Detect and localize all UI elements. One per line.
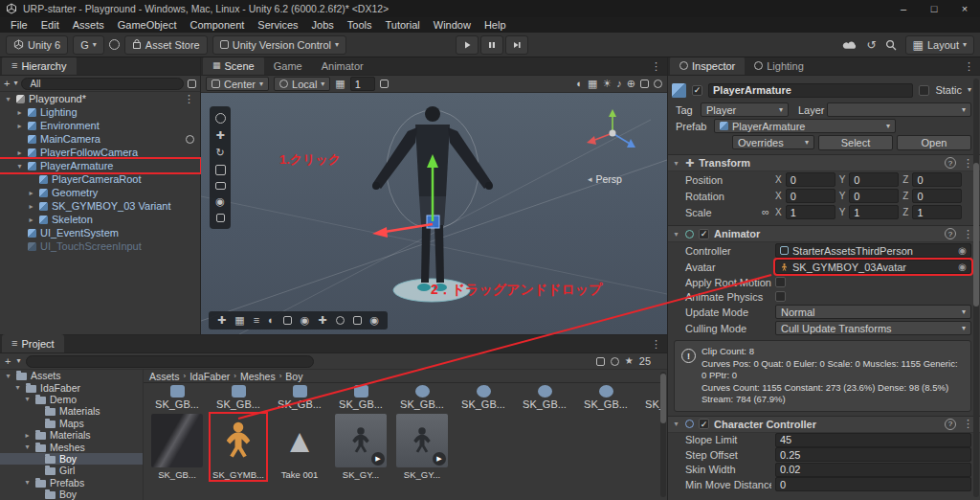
- help-icon[interactable]: ?: [945, 228, 956, 239]
- link-scale-icon[interactable]: ∞: [762, 207, 771, 217]
- maximize-button[interactable]: □: [919, 0, 949, 17]
- menu-window[interactable]: Window: [427, 17, 478, 33]
- animator-header[interactable]: ▾ ✓ Animator ?⋮: [668, 225, 980, 242]
- breadcrumb-idafaber[interactable]: IdaFaber: [189, 371, 230, 382]
- menu-help[interactable]: Help: [478, 17, 513, 33]
- gizmos-icon[interactable]: [640, 80, 649, 88]
- asset-tile-model[interactable]: ▶ SK_GY...: [394, 414, 450, 480]
- position-z-field[interactable]: 0: [912, 172, 962, 187]
- asset-tile-avatar[interactable]: SK_GYMB...: [211, 414, 266, 480]
- culling-mode-dropdown[interactable]: Cull Update Transforms▾: [775, 321, 971, 335]
- grid-icon[interactable]: ▦: [234, 315, 244, 326]
- help-icon[interactable]: ?: [945, 419, 956, 430]
- lighting-toggle-icon[interactable]: ☀: [602, 79, 612, 89]
- rotate-tool[interactable]: ↻: [215, 148, 224, 158]
- asset-tile[interactable]: SK_GB...: [639, 385, 660, 410]
- folder-idafaber[interactable]: ▾IdaFaber: [0, 381, 143, 393]
- menu-assets[interactable]: Assets: [66, 17, 111, 33]
- render-mode-icon[interactable]: ◐: [576, 79, 583, 89]
- layers-icon[interactable]: ≡: [254, 315, 259, 326]
- hierarchy-item-sk-gymboy-variant[interactable]: ▸SK_GYMBOY_03 Variant: [0, 199, 200, 213]
- chevron-down-icon[interactable]: ▾: [968, 86, 971, 94]
- cc-enabled-checkbox[interactable]: ✓: [699, 419, 709, 429]
- min-move-distance-field[interactable]: 0: [775, 477, 971, 491]
- position-x-field[interactable]: 0: [786, 172, 835, 187]
- kebab-icon[interactable]: ⋮: [958, 60, 980, 73]
- hierarchy-item-playground[interactable]: ▾Playground*⋮: [0, 92, 200, 105]
- kebab-icon[interactable]: ⋮: [963, 418, 973, 430]
- scale-tool[interactable]: [215, 165, 226, 175]
- avatar-object-field[interactable]: SK_GYMBOY_03Avatar◉: [775, 260, 971, 274]
- version-control-button[interactable]: Unity Version Control ▾: [212, 35, 346, 55]
- breadcrumb-assets[interactable]: Assets: [149, 371, 180, 382]
- tab-lighting[interactable]: Lighting: [745, 57, 813, 75]
- handle-space-dropdown[interactable]: Local▾: [274, 77, 330, 91]
- apply-root-motion-checkbox[interactable]: [775, 277, 786, 287]
- asset-tile-model[interactable]: ▶ SK_GY...: [333, 414, 389, 480]
- object-picker-icon[interactable]: ◉: [958, 261, 967, 272]
- transform-header[interactable]: ▾ ✚ Transform ?⋮: [668, 154, 980, 171]
- move-icon[interactable]: ✚: [217, 315, 226, 326]
- pause-button[interactable]: [480, 35, 503, 55]
- cloud-icon[interactable]: [842, 39, 858, 50]
- tab-animator[interactable]: Animator: [312, 57, 373, 75]
- layer-dropdown[interactable]: ▾: [827, 102, 971, 117]
- asset-tile[interactable]: SK_GB...: [456, 385, 511, 410]
- kebab-icon[interactable]: ⋮: [645, 338, 667, 351]
- folder-prefabs[interactable]: ▾Prefabs: [0, 477, 143, 489]
- help-icon[interactable]: ?: [945, 157, 956, 169]
- select-button[interactable]: Select: [818, 135, 893, 150]
- play-button[interactable]: [456, 35, 479, 55]
- asset-tile[interactable]: SK_GB...: [394, 385, 450, 410]
- tab-scene[interactable]: ▦Scene: [203, 57, 264, 75]
- view-hand-tool[interactable]: [215, 113, 226, 124]
- animator-enabled-checkbox[interactable]: ✓: [699, 229, 709, 239]
- rotation-z-field[interactable]: 0: [912, 189, 962, 203]
- folder-prefabs-boy[interactable]: Boy: [0, 489, 143, 500]
- foldout-icon[interactable]: ▾: [672, 230, 680, 239]
- tab-hierarchy[interactable]: ≡ Hierarchy: [2, 57, 77, 75]
- play-badge-icon[interactable]: ▶: [433, 452, 446, 466]
- view-orientation-label[interactable]: ◂ Persp: [588, 173, 622, 185]
- audio-toggle-icon[interactable]: ♪: [616, 79, 622, 89]
- search-icon[interactable]: [885, 39, 897, 51]
- foldout-icon[interactable]: ▾: [672, 159, 680, 168]
- rect-tool[interactable]: [215, 182, 226, 190]
- project-search-input[interactable]: [26, 355, 314, 368]
- menu-component[interactable]: Component: [183, 17, 251, 33]
- project-scrollbar[interactable]: [660, 372, 666, 497]
- hierarchy-item-geometry[interactable]: ▸Geometry: [0, 186, 200, 199]
- filter-type-icon[interactable]: [596, 357, 605, 366]
- folder-demo-materials[interactable]: Materials: [0, 405, 143, 417]
- menu-gameobject[interactable]: GameObject: [111, 17, 184, 33]
- inspector-scrollbar[interactable]: [973, 79, 979, 497]
- move-tool[interactable]: ✚: [215, 130, 224, 141]
- rotation-y-field[interactable]: 0: [849, 189, 899, 203]
- menu-file[interactable]: File: [4, 17, 34, 33]
- camera-overlay-icon[interactable]: [336, 316, 345, 325]
- position-y-field[interactable]: 0: [849, 172, 899, 187]
- hierarchy-item-ui-touchscreeninput[interactable]: UI_TouchScreenInput: [0, 239, 200, 253]
- folder-assets[interactable]: ▾Assets: [0, 370, 143, 381]
- open-button[interactable]: Open: [897, 135, 971, 150]
- folder-meshes[interactable]: ▾Meshes: [0, 441, 143, 452]
- breadcrumb-boy[interactable]: Boy: [285, 371, 302, 382]
- asset-tile[interactable]: SK_GB...: [211, 385, 266, 410]
- pivot-dropdown[interactable]: Center▾: [206, 77, 269, 91]
- animate-physics-checkbox[interactable]: [775, 291, 786, 302]
- active-checkbox[interactable]: ✓: [692, 85, 702, 96]
- folder-boy-selected[interactable]: Boy: [0, 453, 143, 465]
- scale-x-field[interactable]: 1: [786, 205, 835, 219]
- breadcrumb-meshes[interactable]: Meshes: [240, 371, 276, 382]
- kebab-icon[interactable]: ⋮: [963, 228, 973, 240]
- hierarchy-item-playerfollowcamera[interactable]: ▸PlayerFollowCamera: [0, 146, 200, 159]
- hierarchy-item-skeleton[interactable]: ▸Skeleton: [0, 213, 200, 226]
- asset-tile-texture[interactable]: SK_GB...: [149, 414, 205, 480]
- hierarchy-item-environment[interactable]: ▸Environment: [0, 119, 200, 132]
- update-mode-dropdown[interactable]: Normal▾: [775, 305, 971, 319]
- 2d-toggle-icon[interactable]: ▦: [588, 79, 597, 89]
- hierarchy-item-playercameraroot[interactable]: PlayerCameraRoot: [0, 172, 200, 186]
- controller-object-field[interactable]: StarterAssetsThirdPerson◉: [775, 243, 971, 258]
- asset-tile[interactable]: SK_GB...: [517, 385, 572, 410]
- snap-icon[interactable]: [380, 80, 389, 88]
